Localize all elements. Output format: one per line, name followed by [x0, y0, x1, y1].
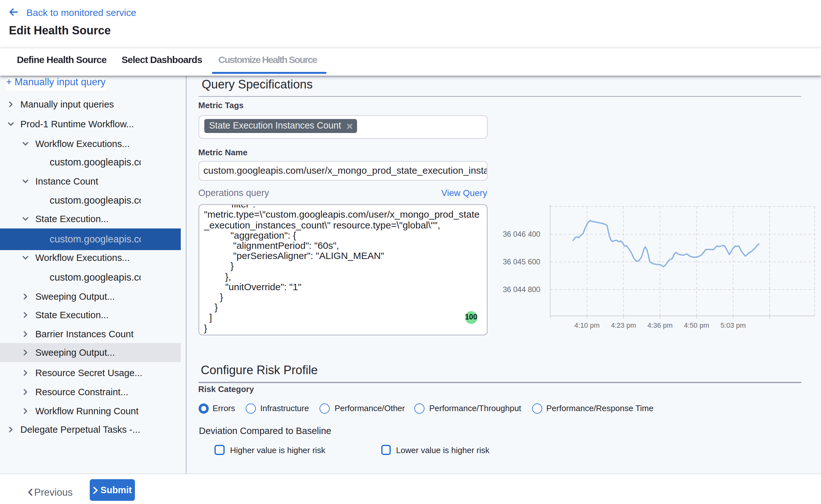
svg-text:4:10 pm: 4:10 pm	[574, 321, 600, 329]
svg-text:5:03 pm: 5:03 pm	[720, 321, 746, 329]
svg-text:4:23 pm: 4:23 pm	[611, 321, 636, 329]
svg-text:36 044 800: 36 044 800	[503, 285, 540, 294]
svg-text:4:36 pm: 4:36 pm	[647, 321, 673, 329]
svg-text:4:50 pm: 4:50 pm	[684, 321, 709, 329]
svg-text:36 046 400: 36 046 400	[503, 230, 540, 238]
svg-text:36 045 600: 36 045 600	[503, 258, 540, 266]
